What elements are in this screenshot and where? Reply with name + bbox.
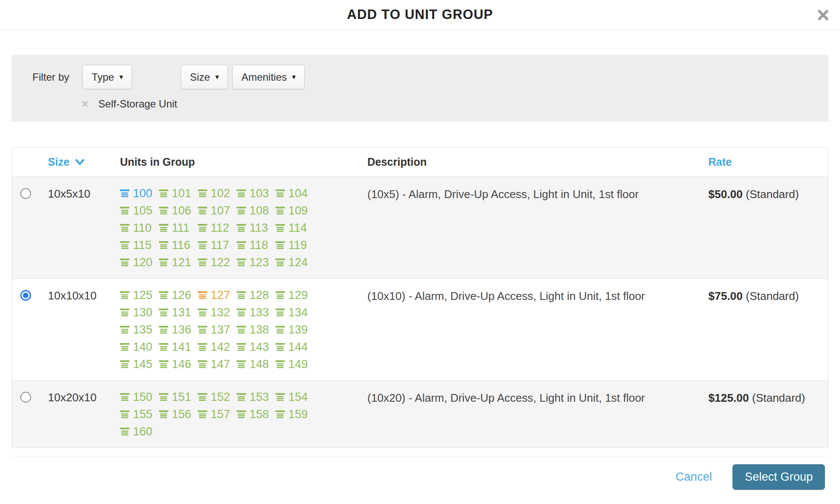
unit-link[interactable]: 142 bbox=[198, 340, 237, 354]
remove-filter-icon[interactable]: × bbox=[82, 98, 88, 110]
unit-link[interactable]: 115 bbox=[120, 238, 159, 252]
unit-link[interactable]: 103 bbox=[237, 186, 275, 201]
unit-link[interactable]: 154 bbox=[275, 390, 314, 404]
unit-link[interactable]: 145 bbox=[120, 357, 159, 372]
modal-title: ADD TO UNIT GROUP bbox=[347, 7, 493, 22]
column-header-rate[interactable]: Rate bbox=[699, 156, 828, 168]
unit-link[interactable]: 105 bbox=[120, 204, 159, 218]
unit-link[interactable]: 135 bbox=[120, 323, 159, 337]
filter-type-button[interactable]: Type ▾ bbox=[82, 65, 132, 89]
unit-link[interactable]: 112 bbox=[198, 221, 237, 235]
unit-link[interactable]: 131 bbox=[159, 306, 198, 320]
unit-link[interactable]: 138 bbox=[237, 323, 275, 337]
close-button[interactable] bbox=[817, 9, 830, 22]
unit-link[interactable]: 144 bbox=[275, 340, 314, 354]
unit-link[interactable]: 147 bbox=[198, 357, 237, 372]
unit-link[interactable]: 129 bbox=[275, 288, 314, 302]
unit-link[interactable]: 133 bbox=[237, 306, 275, 320]
storage-unit-icon bbox=[198, 343, 207, 351]
cancel-button[interactable]: Cancel bbox=[676, 470, 712, 484]
storage-unit-icon bbox=[275, 189, 285, 198]
unit-link[interactable]: 100 bbox=[120, 186, 159, 201]
unit-link[interactable]: 101 bbox=[159, 186, 198, 201]
unit-number: 153 bbox=[249, 391, 269, 404]
storage-unit-icon bbox=[275, 291, 285, 299]
unit-link[interactable]: 132 bbox=[198, 306, 237, 320]
unit-group-table: Size Units in Group Description Rate 10x… bbox=[12, 147, 828, 448]
unit-link[interactable]: 102 bbox=[198, 186, 237, 201]
unit-link[interactable]: 127 bbox=[198, 288, 237, 302]
unit-link[interactable]: 128 bbox=[237, 288, 275, 302]
unit-link[interactable]: 107 bbox=[198, 204, 237, 218]
unit-link[interactable]: 139 bbox=[275, 323, 314, 337]
unit-link[interactable]: 153 bbox=[237, 390, 275, 404]
rate-amount: $75.00 bbox=[708, 290, 743, 302]
row-select-radio[interactable] bbox=[20, 188, 31, 199]
row-select-radio[interactable] bbox=[20, 392, 31, 403]
unit-link[interactable]: 125 bbox=[120, 288, 159, 302]
unit-number: 102 bbox=[211, 187, 230, 200]
unit-link[interactable]: 160 bbox=[120, 425, 159, 439]
unit-link[interactable]: 118 bbox=[237, 238, 275, 252]
unit-link[interactable]: 140 bbox=[120, 340, 159, 354]
unit-link[interactable]: 146 bbox=[159, 357, 198, 372]
unit-number: 123 bbox=[249, 256, 269, 269]
row-size: 10x10x10 bbox=[39, 288, 113, 375]
unit-link[interactable]: 150 bbox=[120, 390, 159, 404]
caret-down-icon: ▾ bbox=[215, 73, 219, 81]
unit-link[interactable]: 130 bbox=[120, 306, 159, 320]
unit-link[interactable]: 113 bbox=[237, 221, 275, 235]
unit-link[interactable]: 117 bbox=[198, 238, 237, 252]
unit-link[interactable]: 116 bbox=[159, 238, 198, 252]
unit-link[interactable]: 152 bbox=[198, 390, 237, 404]
unit-link[interactable]: 134 bbox=[275, 306, 314, 320]
unit-link[interactable]: 143 bbox=[237, 340, 275, 354]
storage-unit-icon bbox=[159, 309, 168, 317]
filter-size-button[interactable]: Size ▾ bbox=[181, 65, 228, 89]
unit-link[interactable]: 111 bbox=[159, 221, 198, 235]
unit-link[interactable]: 126 bbox=[159, 288, 198, 302]
unit-link[interactable]: 123 bbox=[237, 255, 275, 270]
unit-link[interactable]: 141 bbox=[159, 340, 198, 354]
unit-link[interactable]: 157 bbox=[198, 407, 237, 422]
unit-link[interactable]: 148 bbox=[237, 357, 275, 372]
unit-link[interactable]: 151 bbox=[159, 390, 198, 404]
row-size: 10x5x10 bbox=[39, 186, 113, 273]
unit-link[interactable]: 121 bbox=[159, 255, 198, 270]
column-header-size[interactable]: Size bbox=[39, 156, 113, 168]
unit-link[interactable]: 109 bbox=[275, 204, 314, 218]
unit-link[interactable]: 156 bbox=[159, 407, 198, 422]
select-group-button[interactable]: Select Group bbox=[733, 464, 825, 490]
unit-link[interactable]: 120 bbox=[120, 255, 159, 270]
unit-link[interactable]: 159 bbox=[275, 407, 314, 422]
unit-number: 157 bbox=[211, 408, 230, 421]
storage-unit-icon bbox=[159, 393, 168, 401]
storage-unit-icon bbox=[120, 360, 129, 369]
row-select-radio[interactable] bbox=[20, 290, 31, 301]
storage-unit-icon bbox=[159, 224, 168, 232]
storage-unit-icon bbox=[237, 393, 246, 401]
filter-size-label: Size bbox=[190, 71, 210, 83]
unit-link[interactable]: 114 bbox=[275, 221, 314, 235]
unit-link[interactable]: 108 bbox=[237, 204, 275, 218]
unit-number: 130 bbox=[133, 306, 152, 319]
unit-link[interactable]: 124 bbox=[275, 255, 314, 270]
unit-link[interactable]: 122 bbox=[198, 255, 237, 270]
unit-link[interactable]: 158 bbox=[237, 407, 275, 422]
unit-link[interactable]: 149 bbox=[275, 357, 314, 372]
unit-link[interactable]: 155 bbox=[120, 407, 159, 422]
unit-link[interactable]: 106 bbox=[159, 204, 198, 218]
unit-number: 138 bbox=[249, 323, 269, 337]
unit-number: 159 bbox=[288, 408, 308, 421]
filter-type-label: Type bbox=[92, 71, 114, 83]
unit-link[interactable]: 104 bbox=[275, 186, 314, 201]
unit-link[interactable]: 110 bbox=[120, 221, 159, 235]
unit-number: 155 bbox=[133, 408, 152, 421]
filter-amenities-button[interactable]: Amenities ▾ bbox=[232, 65, 305, 89]
unit-number: 120 bbox=[133, 256, 152, 269]
unit-link[interactable]: 119 bbox=[275, 238, 314, 252]
unit-link[interactable]: 137 bbox=[198, 323, 237, 337]
unit-link[interactable]: 136 bbox=[159, 323, 198, 337]
row-description: (10x5) - Alarm, Drive-Up Access, Light i… bbox=[363, 186, 699, 273]
unit-number: 118 bbox=[249, 239, 268, 252]
